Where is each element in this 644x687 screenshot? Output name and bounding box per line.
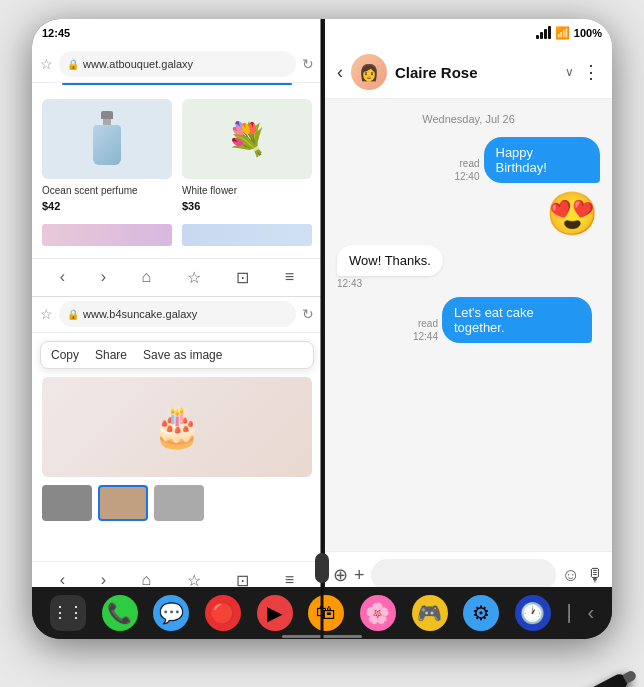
dock-camera-icon[interactable]: 🔴: [205, 595, 241, 631]
message-4-row: read12:44 Let's eat cake together.: [413, 297, 600, 343]
thumbnail-1[interactable]: [42, 485, 92, 521]
product-grid: Ocean scent perfume $42 💐 White flower $…: [42, 99, 312, 212]
page-load-indicator: [62, 83, 292, 85]
message-4-bubble: Let's eat cake together.: [442, 297, 592, 343]
messaging-panel: ‹ 👩 Claire Rose ∨ ⋮ Wednesday, Jul 26 re…: [325, 19, 612, 599]
swatch-pink[interactable]: [42, 224, 172, 246]
lower-refresh-icon[interactable]: ↻: [302, 306, 314, 322]
menu-nav-icon[interactable]: ≡: [285, 268, 294, 286]
back-nav-icon[interactable]: ‹: [60, 268, 65, 286]
dock-shopping-icon[interactable]: 🛍: [308, 595, 344, 631]
message-2-bubble: 😍: [544, 191, 600, 237]
upper-url-bar[interactable]: 🔒 www.atbouquet.galaxy: [59, 51, 296, 77]
perfume-image: [42, 99, 172, 179]
fold-center-button[interactable]: [315, 553, 329, 583]
message-1-bubble: Happy Birthday!: [484, 137, 600, 183]
thumbnail-2[interactable]: [98, 485, 148, 521]
phone-device: 12:45 📶 100% ☆ 🔒 www.atbouquet.galaxy: [32, 19, 612, 669]
message-3-time: 12:43: [337, 278, 362, 289]
copy-menu-item[interactable]: Copy: [51, 348, 79, 362]
time-display: 12:45: [42, 27, 70, 39]
dock-settings-icon[interactable]: ⚙: [463, 595, 499, 631]
flower-name: White flower: [182, 185, 312, 196]
wifi-icon: 📶: [555, 26, 570, 40]
contact-name: Claire Rose: [395, 64, 557, 81]
swatch-blue[interactable]: [182, 224, 312, 246]
dock-messages-icon[interactable]: 💬: [153, 595, 189, 631]
dock-game-icon[interactable]: 🎮: [412, 595, 448, 631]
product-flower[interactable]: 💐 White flower $36: [182, 99, 312, 212]
dock-back-icon[interactable]: ‹: [587, 601, 594, 624]
plus-icon[interactable]: +: [354, 565, 365, 586]
signal-icon: [536, 26, 551, 39]
message-item-2: 😍: [337, 191, 600, 237]
more-options-button[interactable]: ⋮: [582, 61, 600, 83]
fold-crease: [321, 19, 324, 639]
lower-bookmark-icon[interactable]: ☆: [40, 306, 53, 322]
flower-image: 💐: [182, 99, 312, 179]
message-3-bubble: Wow! Thanks.: [337, 245, 443, 276]
chevron-down-icon[interactable]: ∨: [565, 65, 574, 79]
status-bar-left: 12:45: [32, 19, 322, 47]
perfume-name: Ocean scent perfume: [42, 185, 172, 196]
battery-display: 100%: [574, 27, 602, 39]
phone-screen: 12:45 📶 100% ☆ 🔒 www.atbouquet.galaxy: [32, 19, 612, 639]
upper-url-text: www.atbouquet.galaxy: [83, 58, 193, 70]
messaging-header: ‹ 👩 Claire Rose ∨ ⋮: [325, 47, 612, 99]
lower-lock-icon: 🔒: [67, 309, 79, 320]
status-bar-right: 📶 100%: [325, 19, 612, 47]
dock-flower-icon[interactable]: 🌸: [360, 595, 396, 631]
browser-upper: ☆ 🔒 www.atbouquet.galaxy ↻: [32, 47, 322, 297]
browser-lower-toolbar: ☆ 🔒 www.b4suncake.galaxy ↻: [32, 297, 322, 333]
browser-lower: ☆ 🔒 www.b4suncake.galaxy ↻ Copy Share Sa…: [32, 297, 322, 599]
message-list: Wednesday, Jul 26 read12:40 Happy Birthd…: [325, 99, 612, 551]
star-nav-icon[interactable]: ☆: [187, 268, 201, 287]
product-perfume[interactable]: Ocean scent perfume $42: [42, 99, 172, 212]
message-item-1: read12:40 Happy Birthday!: [337, 137, 600, 183]
cake-image: 🎂: [42, 377, 312, 477]
color-swatches: [42, 224, 312, 246]
dock-clock-icon[interactable]: 🕐: [515, 595, 551, 631]
message-1-row: read12:40 Happy Birthday!: [454, 137, 600, 183]
dock-apps-icon[interactable]: ⋮⋮: [50, 595, 86, 631]
context-menu: Copy Share Save as image: [40, 341, 314, 369]
attach-icon[interactable]: ⊕: [333, 564, 348, 586]
lower-url-bar[interactable]: 🔒 www.b4suncake.galaxy: [59, 301, 296, 327]
lock-icon: 🔒: [67, 59, 79, 70]
perfume-price: $42: [42, 200, 172, 212]
perfume-bottle-shape: [92, 111, 122, 166]
apps-grid-icon: ⋮⋮: [52, 603, 84, 622]
refresh-icon[interactable]: ↻: [302, 56, 314, 72]
voice-icon[interactable]: 🎙: [586, 565, 604, 586]
share-menu-item[interactable]: Share: [95, 348, 127, 362]
image-thumbnails: [42, 485, 312, 521]
s-pen: [411, 671, 630, 687]
message-4-meta: read12:44: [413, 317, 438, 343]
lower-url-text: www.b4suncake.galaxy: [83, 308, 197, 320]
browser-upper-content: Ocean scent perfume $42 💐 White flower $…: [32, 89, 322, 256]
message-1-meta: read12:40: [454, 157, 479, 183]
message-item-3: Wow! Thanks. 12:43: [337, 245, 600, 289]
flower-emoji: 💐: [227, 120, 267, 158]
thumbnail-3[interactable]: [154, 485, 204, 521]
save-image-menu-item[interactable]: Save as image: [143, 348, 222, 362]
date-divider: Wednesday, Jul 26: [337, 113, 600, 125]
home-nav-icon[interactable]: ⌂: [142, 268, 152, 286]
tab-nav-icon[interactable]: ⊡: [236, 268, 249, 287]
message-item-4: read12:44 Let's eat cake together.: [337, 297, 600, 343]
dock-separator: |: [567, 601, 572, 624]
contact-avatar: 👩: [351, 54, 387, 90]
bookmark-icon[interactable]: ☆: [40, 56, 53, 72]
flower-price: $36: [182, 200, 312, 212]
forward-nav-icon[interactable]: ›: [101, 268, 106, 286]
dock-phone-icon[interactable]: 📞: [102, 595, 138, 631]
browser-upper-toolbar: ☆ 🔒 www.atbouquet.galaxy ↻: [32, 47, 322, 83]
back-button[interactable]: ‹: [337, 62, 343, 83]
emoji-icon[interactable]: ☺: [562, 565, 580, 586]
browser-upper-nav: ‹ › ⌂ ☆ ⊡ ≡: [32, 258, 322, 296]
dock-video-icon[interactable]: ▶: [257, 595, 293, 631]
